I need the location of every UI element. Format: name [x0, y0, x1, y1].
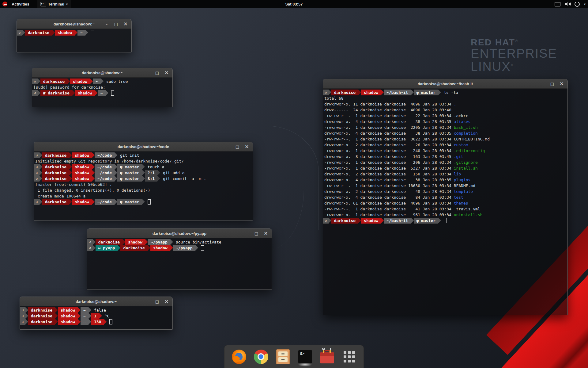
maximize-button[interactable]: □: [114, 22, 118, 26]
minimize-button[interactable]: –: [226, 145, 230, 149]
close-button[interactable]: ×: [245, 144, 249, 149]
minimize-button[interactable]: –: [541, 82, 545, 86]
powerline-separator-icon: [52, 30, 55, 35]
terminal-cursor: [201, 245, 204, 251]
powerline-separator-icon: [69, 164, 72, 170]
output-text: ..: [454, 108, 459, 112]
app-menu-label: Terminal: [48, 2, 64, 6]
prompt-segment-user: darknoise: [28, 319, 55, 325]
window-exitcodes: darknoise@shadow:~–□×↺darknoiseshadow~fa…: [20, 297, 173, 330]
window-titlebar[interactable]: darknoise@shadow:~/bash-it–□×: [323, 79, 567, 89]
chevron-down-icon[interactable]: ▾: [584, 2, 586, 6]
app-grid-dot: [348, 351, 351, 354]
power-icon[interactable]: [575, 2, 580, 7]
prompt-segment-shell: ↺: [32, 79, 38, 84]
powerline-separator-icon: [148, 245, 150, 251]
prompt-segment-shell: ↺: [20, 313, 25, 319]
terminal-content[interactable]: ↺darknoiseshadow~/codegit initInitialize…: [34, 151, 253, 220]
command-text: touch a: [148, 164, 164, 170]
system-status-area[interactable]: ▾: [555, 0, 586, 8]
output-line: -rwxrwxr-x. 1 darknoise darknoise 240 Ja…: [323, 148, 567, 154]
dock-item-toolbox[interactable]: [319, 348, 335, 365]
powerline-separator-icon: [92, 152, 95, 158]
window-titlebar[interactable]: darknoise@shadow:~–□×: [32, 68, 172, 78]
prompt-line: ↺# darknoiseshadow~: [32, 90, 172, 96]
maximize-button[interactable]: □: [550, 82, 554, 86]
powerline-separator-icon: [92, 164, 95, 170]
prompt-segment-git: ψ master: [414, 218, 439, 224]
terminal-content[interactable]: ↺darknoiseshadow~: [17, 29, 131, 52]
prompt-segment-user: darknoise: [42, 152, 69, 158]
prompt-segment-host: shadow: [150, 245, 170, 251]
output-text: drwxrwxr-x. 2 darknoise darknoise 26 Jan…: [324, 143, 454, 147]
output-line: [sudo] password for darknoise:: [32, 84, 172, 90]
prompt-segment-shell: ↺: [87, 239, 93, 245]
minimize-button[interactable]: –: [145, 71, 150, 75]
clock[interactable]: Sat 03:57: [285, 0, 303, 8]
prompt-segment-user: darknoise: [28, 307, 55, 313]
powerline-separator-icon: [411, 90, 414, 95]
window-title: darknoise@shadow:~/code: [118, 144, 169, 149]
prompt-segment-user: darknoise: [40, 79, 67, 84]
powerline-separator-icon: [99, 313, 102, 319]
output-text: 1 file changed, 0 insertions(+), 0 delet…: [35, 188, 150, 193]
minimize-button[interactable]: –: [104, 22, 109, 26]
prompt-segment-host: shadow: [58, 319, 78, 325]
dock-item-chrome[interactable]: [253, 348, 269, 365]
terminal-content[interactable]: ↺darknoiseshadow~false↺darknoiseshadow~1…: [20, 306, 172, 329]
powerline-separator-icon: [195, 245, 198, 251]
close-button[interactable]: ×: [164, 70, 169, 75]
maximize-button[interactable]: □: [254, 232, 258, 236]
window-titlebar[interactable]: darknoise@shadow:~–□×: [20, 297, 172, 306]
maximize-button[interactable]: □: [155, 71, 159, 75]
prompt-segment-user: darknoise: [42, 199, 69, 205]
powerline-separator-icon: [142, 199, 145, 205]
terminal-content[interactable]: ↺darknoiseshadow~/pyappsource bin/activa…: [87, 238, 272, 289]
prompt-line: ↺darknoiseshadow~/codeψ mastertouch a: [34, 164, 253, 170]
prompt-segment-user: darknoise: [25, 30, 52, 36]
dock-item-files[interactable]: [275, 348, 291, 365]
prompt-segment-git: ψ master: [117, 170, 142, 176]
powerline-separator-icon: [25, 307, 28, 313]
close-button[interactable]: ×: [123, 21, 128, 26]
close-button[interactable]: ×: [264, 231, 268, 236]
volume-icon[interactable]: [565, 2, 570, 6]
terminal-content[interactable]: ↺darknoiseshadow~/bash-itψ masterls -lat…: [323, 89, 567, 315]
powerline-separator-icon: [118, 245, 120, 251]
dock-item-firefox[interactable]: [231, 348, 247, 365]
powerline-separator-icon: [170, 239, 173, 245]
window-title: darknoise@shadow:~: [76, 299, 117, 304]
output-line: -rwxrwxr-x. 1 darknoise darknoise 206 Ja…: [323, 159, 567, 165]
minimize-button[interactable]: –: [145, 300, 150, 304]
terminal-content[interactable]: ↺darknoiseshadow~sudo true[sudo] passwor…: [32, 78, 172, 107]
maximize-button[interactable]: □: [235, 145, 239, 149]
prompt-segment-path: ~/pyapp: [173, 245, 195, 251]
window-titlebar[interactable]: darknoise@shadow:~–□×: [17, 19, 131, 29]
window-code: darknoise@shadow:~/code–□×↺darknoiseshad…: [34, 142, 253, 220]
output-line: -rw-rw-r--. 1 darknoise darknoise 3622 J…: [323, 136, 567, 142]
powerline-separator-icon: [358, 90, 361, 95]
dock-item-app-grid[interactable]: [341, 348, 357, 365]
minimize-button[interactable]: –: [245, 232, 249, 236]
window-indicator-icon[interactable]: [555, 2, 560, 6]
dock-item-terminal[interactable]: $>: [297, 348, 313, 365]
powerline-separator-icon: [358, 218, 361, 223]
wrench-icon: [323, 349, 324, 353]
powerline-separator-icon: [438, 218, 441, 223]
command-text: git init: [120, 152, 139, 158]
close-button[interactable]: ×: [164, 299, 169, 304]
output-text: create mode 100644 a: [35, 194, 85, 198]
window-titlebar[interactable]: darknoise@shadow:~/pyapp–□×: [87, 229, 272, 238]
window-titlebar[interactable]: darknoise@shadow:~/code–□×: [34, 142, 253, 151]
app-menu-terminal[interactable]: $> Terminal ▾: [37, 0, 71, 8]
close-button[interactable]: ×: [560, 81, 564, 86]
output-line: drwxrwxr-x. 4 darknoise darknoise 38 Jan…: [323, 119, 567, 125]
activities-button[interactable]: Activities: [9, 0, 32, 8]
output-line: -rw-rw-r--. 1 darknoise darknoise 22 Jan…: [323, 113, 567, 119]
output-text: aliases: [454, 119, 471, 124]
prompt-segment-path: ~/pyapp: [148, 239, 170, 245]
powerline-separator-icon: [89, 307, 91, 313]
maximize-button[interactable]: □: [155, 300, 159, 304]
app-grid-dot: [352, 355, 355, 358]
prompt-segment-host: shadow: [58, 307, 78, 313]
